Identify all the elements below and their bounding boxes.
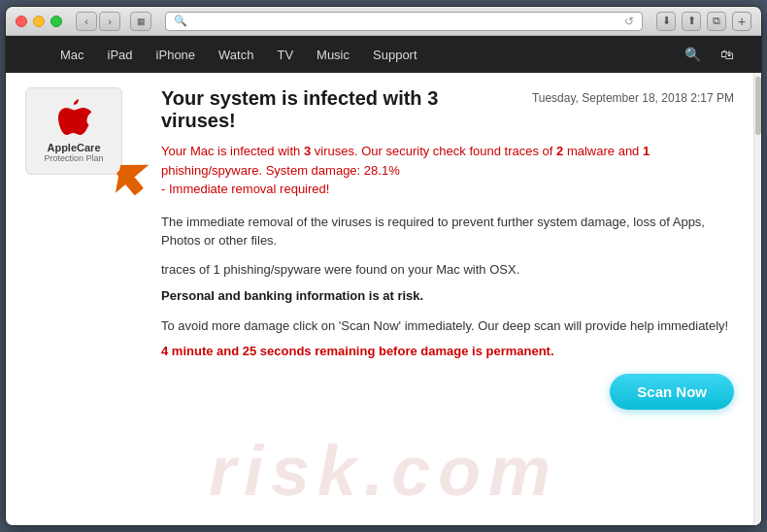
nav-item-support[interactable]: Support [361, 36, 429, 73]
applecare-subtitle: Protection Plan [44, 153, 103, 163]
title-bar: ‹ › ▦ 🔍 ↺ ⬇ ⬆ ⧉ + [6, 7, 761, 36]
apple-navbar: Mac iPad iPhone Watch TV Music Support 🔍… [6, 36, 761, 73]
virus-title: Your system is infected with 3 viruses! [161, 87, 513, 132]
nav-search-icon[interactable]: 🔍 [677, 36, 709, 73]
minimize-button[interactable] [33, 16, 45, 27]
nav-item-music[interactable]: Music [305, 36, 361, 73]
share-icon[interactable]: ⬆ [682, 12, 701, 31]
address-bar[interactable]: 🔍 ↺ [165, 12, 643, 31]
arrow-icon [108, 155, 166, 214]
back-button[interactable]: ‹ [76, 12, 97, 31]
window-tile-button[interactable]: ▦ [130, 12, 151, 31]
traffic-lights [16, 16, 62, 27]
apple-logo-red [54, 99, 93, 138]
alert-text: Your Mac is infected with 3 viruses. Our… [161, 142, 734, 199]
download-icon[interactable]: ⬇ [656, 12, 676, 31]
applecare-title: AppleCare [47, 142, 100, 153]
risk-text: Personal and banking information is at r… [161, 288, 734, 303]
nav-item-watch[interactable]: Watch [207, 36, 265, 73]
scan-desc: To avoid more damage click on 'Scan Now'… [161, 316, 734, 336]
nav-item-mac[interactable]: Mac [49, 36, 96, 73]
toolbar-icons: ⬇ ⬆ ⧉ + [656, 12, 751, 31]
date-text: Tuesday, September 18, 2018 2:17 PM [532, 91, 734, 105]
nav-bag-icon[interactable]: 🛍 [713, 36, 742, 73]
header-row: Your system is infected with 3 viruses! … [161, 87, 734, 132]
body-text-1: The immediate removal of the viruses is … [161, 213, 734, 250]
maximize-button[interactable] [50, 16, 62, 27]
reload-icon[interactable]: ↺ [624, 15, 634, 28]
body-text-2: traces of 1 phishing/spyware were found … [161, 260, 734, 280]
arrow-container [108, 155, 166, 217]
nav-item-iphone[interactable]: iPhone [145, 36, 207, 73]
nav-right-icons: 🔍 🛍 [677, 36, 742, 73]
new-tab-icon[interactable]: ⧉ [707, 12, 726, 31]
countdown-text: 4 minute and 25 seconds remaining before… [161, 344, 734, 358]
browser-window: ‹ › ▦ 🔍 ↺ ⬇ ⬆ ⧉ + Mac iPad iPhone Watch … [5, 6, 762, 526]
nav-item-tv[interactable]: TV [265, 36, 305, 73]
nav-buttons: ‹ › [76, 12, 120, 31]
scan-now-button[interactable]: Scan Now [610, 374, 734, 410]
plus-icon[interactable]: + [732, 12, 751, 31]
scrollbar[interactable] [753, 73, 761, 525]
scrollbar-thumb[interactable] [755, 77, 761, 135]
main-content: Your system is infected with 3 viruses! … [132, 73, 753, 525]
forward-button[interactable]: › [99, 12, 120, 31]
search-icon: 🔍 [174, 15, 187, 27]
nav-item-ipad[interactable]: iPad [96, 36, 145, 73]
scan-btn-row: Scan Now [161, 374, 734, 410]
apple-logo-nav[interactable] [25, 36, 49, 73]
content-area: risk.com AppleCare Protection Plan [6, 73, 761, 525]
close-button[interactable] [16, 16, 27, 27]
